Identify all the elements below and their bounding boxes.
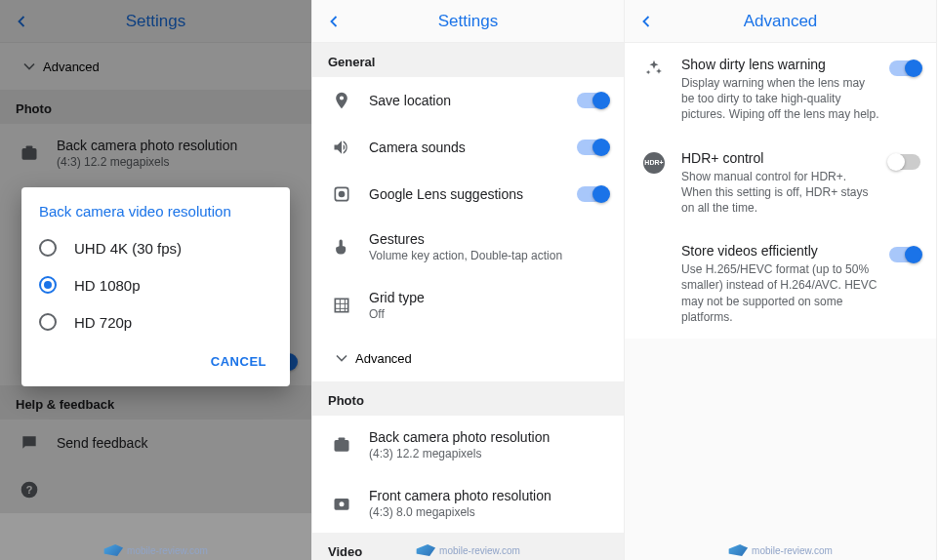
front-camera-row[interactable]: Front camera photo resolution (4:3) 8.0 … [312, 474, 624, 533]
toggle[interactable] [889, 60, 920, 76]
radio-icon [39, 313, 57, 331]
row-title: Gestures [369, 231, 608, 247]
back-camera-row[interactable]: Back camera photo resolution (4:3) 12.2 … [312, 416, 624, 474]
hdr-control-row[interactable]: HDR+ HDR+ control Show manual control fo… [625, 137, 936, 230]
row-description: Display warning when the lens may be too… [681, 75, 879, 123]
radio-label: UHD 4K (30 fps) [74, 240, 182, 257]
row-description: Use H.265/HEVC format (up to 50% smaller… [681, 261, 879, 325]
lens-row[interactable]: Google Lens suggestions [312, 171, 624, 218]
header: Advanced [625, 0, 936, 43]
camera-sounds-row[interactable]: Camera sounds [312, 124, 624, 171]
camera-front-icon [328, 494, 355, 513]
row-title: Store videos efficiently [681, 243, 879, 259]
section-photo: Photo [312, 381, 624, 416]
cancel-button[interactable]: CANCEL [203, 348, 274, 375]
svg-rect-7 [335, 299, 347, 311]
back-icon[interactable] [625, 0, 668, 43]
panel-advanced: Advanced Show dirty lens warning Display… [625, 0, 937, 560]
watermark: mobile-review.com [728, 544, 833, 556]
radio-label: HD 1080p [74, 277, 141, 294]
section-general: General [312, 43, 624, 77]
panel-settings: Settings General Save location Camera so… [312, 0, 625, 560]
store-videos-row[interactable]: Store videos efficiently Use H.265/HEVC … [625, 229, 936, 339]
row-subtitle: Off [369, 307, 608, 321]
gestures-row[interactable]: Gestures Volume key action, Double-tap a… [312, 218, 624, 276]
row-title: Show dirty lens warning [681, 57, 879, 72]
row-subtitle: Volume key action, Double-tap action [369, 249, 608, 262]
watermark: mobile-review.com [103, 544, 208, 556]
radio-icon [39, 276, 57, 294]
svg-rect-8 [335, 440, 349, 452]
page-title: Settings [312, 12, 624, 31]
watermark: mobile-review.com [416, 544, 520, 556]
dialog-title: Back camera video resolution [21, 203, 290, 229]
sparkle-icon [640, 59, 668, 78]
gesture-icon [328, 237, 355, 257]
toggle[interactable] [889, 154, 920, 170]
row-title: Grid type [369, 290, 608, 305]
header: Settings [312, 0, 624, 43]
advanced-label: Advanced [355, 351, 412, 366]
save-location-row[interactable]: Save location [312, 77, 624, 124]
toggle[interactable] [889, 247, 920, 262]
row-subtitle: (4:3) 8.0 megapixels [369, 505, 608, 519]
hdr-icon: HDR+ [640, 152, 668, 174]
row-title: Save location [369, 93, 577, 108]
logo-icon [416, 544, 435, 556]
row-description: Show manual control for HDR+. When this … [681, 169, 879, 217]
back-icon[interactable] [312, 0, 355, 43]
camera-rear-icon [328, 435, 355, 455]
toggle[interactable] [577, 186, 608, 202]
toggle[interactable] [577, 93, 608, 108]
logo-icon [103, 544, 123, 556]
row-title: HDR+ control [681, 150, 879, 166]
radio-icon [39, 239, 57, 257]
radio-option[interactable]: HD 720p [21, 303, 290, 340]
grid-row[interactable]: Grid type Off [312, 276, 624, 335]
radio-option[interactable]: UHD 4K (30 fps) [21, 229, 290, 266]
radio-option[interactable]: HD 1080p [21, 266, 290, 303]
resolution-dialog: Back camera video resolution UHD 4K (30 … [21, 187, 290, 386]
location-icon [328, 91, 355, 110]
row-title: Back camera photo resolution [369, 429, 608, 445]
row-title: Front camera photo resolution [369, 488, 608, 503]
row-title: Google Lens suggestions [369, 186, 577, 202]
row-title: Camera sounds [369, 140, 577, 155]
radio-label: HD 720p [74, 314, 132, 331]
row-subtitle: (4:3) 12.2 megapixels [369, 447, 608, 460]
svg-rect-9 [339, 438, 346, 441]
svg-point-11 [340, 501, 345, 506]
grid-icon [328, 296, 355, 315]
chevron-down-icon [328, 348, 355, 368]
svg-point-6 [340, 192, 345, 197]
lens-icon [328, 184, 355, 204]
toggle[interactable] [577, 140, 608, 155]
panel-settings-dialog: Settings Advanced Photo Back camera phot… [0, 0, 312, 560]
logo-icon [728, 544, 748, 556]
page-title: Advanced [625, 12, 936, 31]
advanced-row[interactable]: Advanced [312, 335, 624, 381]
dirty-lens-row[interactable]: Show dirty lens warning Display warning … [625, 43, 936, 137]
volume-icon [328, 138, 355, 157]
